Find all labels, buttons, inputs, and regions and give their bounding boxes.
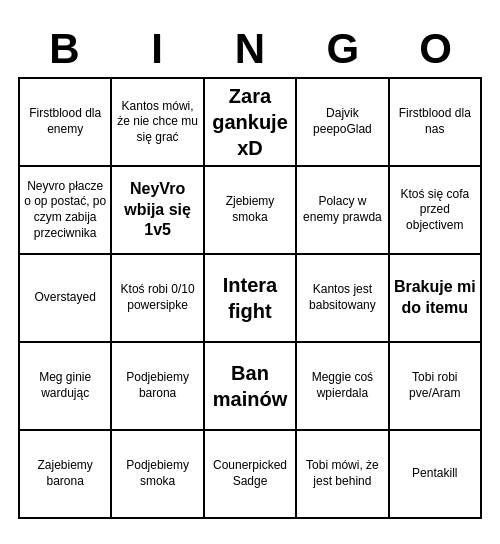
bingo-cell-1[interactable]: Kantos mówi, że nie chce mu się grać xyxy=(112,79,204,167)
title-i: I xyxy=(117,25,197,73)
bingo-cell-15[interactable]: Meg ginie wardując xyxy=(20,343,112,431)
bingo-cell-12[interactable]: Intera fight xyxy=(205,255,297,343)
bingo-cell-20[interactable]: Zajebiemy barona xyxy=(20,431,112,519)
bingo-cell-5[interactable]: Neyvro płacze o op postać, po czym zabij… xyxy=(20,167,112,255)
bingo-cell-7[interactable]: Zjebiemy smoka xyxy=(205,167,297,255)
bingo-cell-8[interactable]: Polacy w enemy prawda xyxy=(297,167,389,255)
bingo-cell-13[interactable]: Kantos jest babsitowany xyxy=(297,255,389,343)
title-o: O xyxy=(396,25,476,73)
bingo-cell-21[interactable]: Podjebiemy smoka xyxy=(112,431,204,519)
bingo-cell-24[interactable]: Pentakill xyxy=(390,431,482,519)
bingo-cell-22[interactable]: Counerpicked Sadge xyxy=(205,431,297,519)
bingo-cell-16[interactable]: Podjebiemy barona xyxy=(112,343,204,431)
bingo-cell-3[interactable]: Dajvik peepoGlad xyxy=(297,79,389,167)
bingo-cell-14[interactable]: Brakuje mi do itemu xyxy=(390,255,482,343)
bingo-grid: Firstblood dla enemyKantos mówi, że nie … xyxy=(18,77,482,519)
bingo-card: B I N G O Firstblood dla enemyKantos mów… xyxy=(10,17,490,527)
title-n: N xyxy=(210,25,290,73)
bingo-cell-2[interactable]: Zara gankuje xD xyxy=(205,79,297,167)
bingo-cell-11[interactable]: Ktoś robi 0/10 powersipke xyxy=(112,255,204,343)
bingo-cell-23[interactable]: Tobi mówi, że jest behind xyxy=(297,431,389,519)
bingo-cell-9[interactable]: Ktoś się cofa przed objectivem xyxy=(390,167,482,255)
bingo-cell-10[interactable]: Overstayed xyxy=(20,255,112,343)
bingo-cell-6[interactable]: NeyVro wbija się 1v5 xyxy=(112,167,204,255)
bingo-cell-0[interactable]: Firstblood dla enemy xyxy=(20,79,112,167)
bingo-cell-18[interactable]: Meggie coś wpierdala xyxy=(297,343,389,431)
title-g: G xyxy=(303,25,383,73)
bingo-cell-19[interactable]: Tobi robi pve/Aram xyxy=(390,343,482,431)
bingo-cell-4[interactable]: Firstblood dla nas xyxy=(390,79,482,167)
title-b: B xyxy=(24,25,104,73)
bingo-cell-17[interactable]: Ban mainów xyxy=(205,343,297,431)
bingo-title: B I N G O xyxy=(18,25,482,73)
